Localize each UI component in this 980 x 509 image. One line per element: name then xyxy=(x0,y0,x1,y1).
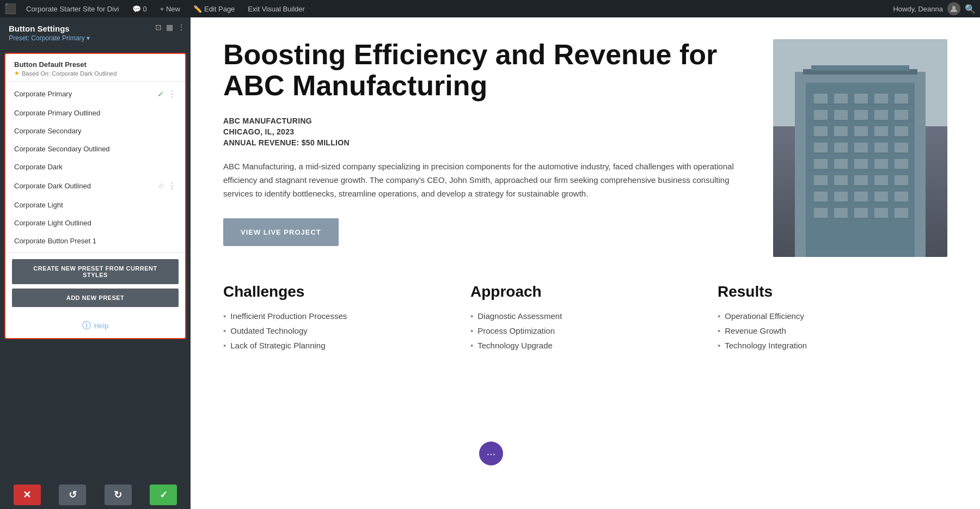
svg-rect-13 xyxy=(895,110,908,120)
view-project-button[interactable]: VIEW LIVE PROJECT xyxy=(223,218,339,246)
results-heading: Results xyxy=(718,283,947,301)
svg-rect-39 xyxy=(814,208,828,218)
preset-item-label: Corporate Button Preset 1 xyxy=(14,237,96,245)
preset-item-label: Corporate Dark xyxy=(14,163,63,171)
default-preset-based: ★ Based On: Corporate Dark Outlined xyxy=(14,70,176,77)
bullet-icon: • xyxy=(718,326,720,335)
exit-builder-link[interactable]: Exit Visual Builder xyxy=(244,0,308,17)
preset-label-text: Corporate Secondary Outlined xyxy=(14,145,110,153)
preset-label-text: Corporate Button Preset 1 xyxy=(14,237,96,245)
more-icon[interactable]: ⋮ xyxy=(177,23,185,32)
dropdown-panel: Button Default Preset ★ Based On: Corpor… xyxy=(4,53,186,339)
admin-bar-right: Howdy, Deanna 🔍 xyxy=(893,2,976,15)
preset-item-corporate-light[interactable]: Corporate Light xyxy=(5,196,185,214)
svg-rect-35 xyxy=(834,192,848,201)
preset-item-corporate-light-outlined[interactable]: Corporate Light Outlined xyxy=(5,214,185,232)
cancel-button[interactable]: ✕ xyxy=(14,485,41,505)
preset-item-label: Corporate Secondary xyxy=(14,127,82,135)
svg-rect-38 xyxy=(895,192,908,201)
svg-rect-20 xyxy=(834,143,848,152)
svg-rect-9 xyxy=(814,110,828,120)
site-name-link[interactable]: Corporate Starter Site for Divi xyxy=(23,0,122,17)
search-button[interactable]: 🔍 xyxy=(965,4,976,14)
hero-title: Boosting Efficiency and Revenue for ABC … xyxy=(223,39,751,101)
bullet-icon: • xyxy=(223,341,226,350)
preset-item-corporate-secondary-outlined[interactable]: Corporate Secondary Outlined xyxy=(5,140,185,158)
user-avatar[interactable] xyxy=(947,2,960,15)
svg-rect-4 xyxy=(814,94,828,103)
svg-rect-14 xyxy=(814,126,828,136)
redo-button[interactable]: ↻ xyxy=(105,485,132,505)
svg-rect-15 xyxy=(834,126,848,136)
comments-link[interactable]: 💬 0 xyxy=(129,0,150,17)
preset-item-corporate-button-preset-1[interactable]: Corporate Button Preset 1 xyxy=(5,232,185,250)
svg-rect-12 xyxy=(874,110,888,120)
panel-header-actions: ⊡ ▦ ⋮ xyxy=(155,23,185,32)
svg-rect-24 xyxy=(814,159,828,169)
svg-rect-16 xyxy=(854,126,868,136)
preset-item-corporate-dark[interactable]: Corporate Dark xyxy=(5,158,185,176)
svg-rect-30 xyxy=(834,175,848,185)
svg-rect-23 xyxy=(895,143,908,152)
preset-item-corporate-primary-outlined[interactable]: Corporate Primary Outlined xyxy=(5,104,185,122)
fullscreen-icon[interactable]: ⊡ xyxy=(155,23,162,32)
svg-rect-19 xyxy=(814,143,828,152)
bullet-icon: • xyxy=(470,326,473,335)
preset-buttons: CREATE NEW PRESET FROM CURRENT STYLES AD… xyxy=(5,252,185,314)
preset-item-label: Corporate Light xyxy=(14,201,63,209)
default-preset-title: Button Default Preset xyxy=(14,60,176,69)
bullet-icon: • xyxy=(470,341,473,350)
svg-rect-29 xyxy=(814,175,828,185)
help-link[interactable]: ⓘ Help xyxy=(5,314,185,338)
edit-page-link[interactable]: ✏️ Edit Page xyxy=(190,0,238,17)
svg-rect-34 xyxy=(814,192,828,201)
default-preset-header: Button Default Preset ★ Based On: Corpor… xyxy=(5,54,185,82)
preset-item-label: Corporate Secondary Outlined xyxy=(14,145,110,153)
svg-rect-5 xyxy=(834,94,848,103)
preset-label-text: Corporate Secondary xyxy=(14,127,82,135)
approach-column: Approach •Diagnostic Assessment•Process … xyxy=(470,283,700,355)
preset-item-label: Corporate Primary xyxy=(14,90,72,98)
svg-rect-42 xyxy=(874,208,888,218)
bullet-icon: • xyxy=(718,341,720,350)
add-preset-button[interactable]: ADD NEW PRESET xyxy=(12,289,179,307)
hero-image xyxy=(773,39,947,257)
undo-button[interactable]: ↺ xyxy=(59,485,86,505)
preset-label-text: Corporate Dark Outlined xyxy=(14,182,91,190)
columns-icon[interactable]: ▦ xyxy=(166,23,173,32)
more-options-icon[interactable]: ⋮ xyxy=(168,181,176,191)
content-area: Boosting Efficiency and Revenue for ABC … xyxy=(191,17,980,509)
save-button[interactable]: ✓ xyxy=(150,485,177,505)
location: CHICAGO, IL, 2023 xyxy=(223,127,751,136)
svg-rect-10 xyxy=(834,110,848,120)
preset-item-label: Corporate Light Outlined xyxy=(14,219,91,227)
preset-label-text: Corporate Dark xyxy=(14,163,63,171)
panel-preset-label[interactable]: Preset: Corporate Primary ▾ xyxy=(9,34,182,42)
list-item: •Technology Integration xyxy=(718,341,947,350)
bullet-icon: • xyxy=(470,311,473,321)
revenue: ANNUAL REVENUE: $50 MILLION xyxy=(223,138,751,147)
svg-rect-45 xyxy=(811,65,909,71)
bullet-icon: • xyxy=(223,311,226,321)
svg-rect-41 xyxy=(854,208,868,218)
admin-bar: ⬛ Corporate Starter Site for Divi 💬 0 + … xyxy=(0,0,980,17)
preset-label-text: Corporate Light Outlined xyxy=(14,219,91,227)
bullet-icon: • xyxy=(718,311,720,321)
svg-rect-33 xyxy=(895,175,908,185)
svg-rect-26 xyxy=(854,159,868,169)
list-item: •Lack of Strategic Planning xyxy=(223,341,453,350)
approach-heading: Approach xyxy=(470,283,700,301)
chat-bubble[interactable]: ··· xyxy=(479,441,503,465)
more-options-icon[interactable]: ⋮ xyxy=(168,89,176,99)
list-item: •Diagnostic Assessment xyxy=(470,311,700,321)
star-icon: ★ xyxy=(14,70,20,77)
new-link[interactable]: + New xyxy=(157,0,183,17)
svg-rect-27 xyxy=(874,159,888,169)
svg-rect-17 xyxy=(874,126,888,136)
three-columns: Challenges •Inefficient Production Proce… xyxy=(223,283,947,355)
create-preset-button[interactable]: CREATE NEW PRESET FROM CURRENT STYLES xyxy=(12,259,179,284)
wp-icon[interactable]: ⬛ xyxy=(4,3,16,15)
preset-item-corporate-secondary[interactable]: Corporate Secondary xyxy=(5,122,185,140)
preset-item-corporate-dark-outlined[interactable]: Corporate Dark Outlined ☆ ⋮ xyxy=(5,176,185,196)
preset-item-corporate-primary[interactable]: Corporate Primary ✓ ⋮ xyxy=(5,84,185,104)
